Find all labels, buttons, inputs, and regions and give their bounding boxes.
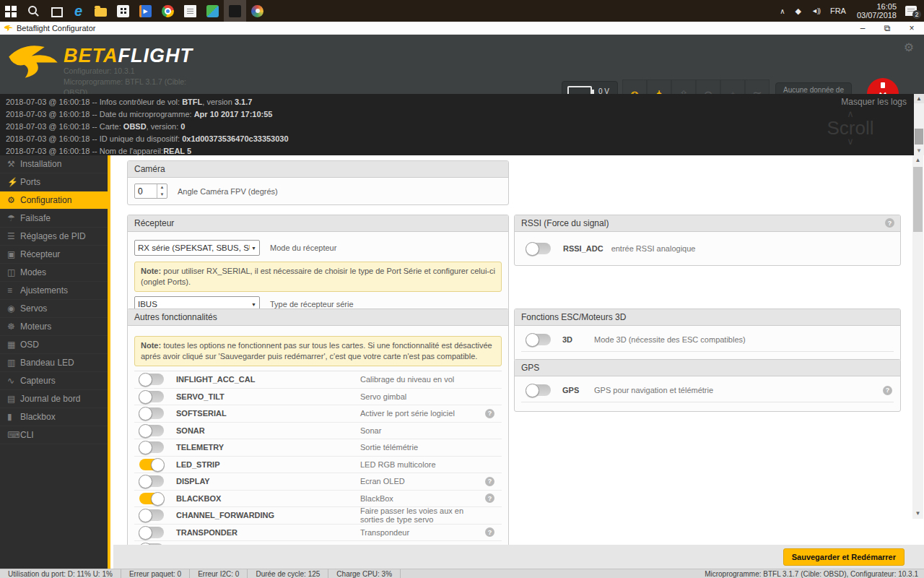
- sidebar-item[interactable]: ⚙ Configuration: [0, 191, 108, 210]
- feature-toggle[interactable]: [139, 493, 164, 504]
- other-features-header: Autres fonctionnalités: [128, 309, 508, 326]
- notification-center-icon[interactable]: 2: [905, 6, 917, 16]
- help-icon[interactable]: ?: [485, 527, 494, 537]
- bee-icon: [7, 39, 59, 81]
- speaker-icon[interactable]: ◄)): [806, 0, 825, 22]
- receiver-section-header: Récepteur: [128, 215, 508, 232]
- taskbar-app-icon: [117, 5, 129, 17]
- taskbar-app-button[interactable]: [157, 0, 179, 22]
- taskbar-app-icon: [5, 5, 17, 17]
- sidebar-item[interactable]: ▤ Journal de bord: [0, 390, 108, 408]
- sidebar-item[interactable]: ▥ Bandeau LED: [0, 354, 108, 372]
- clock[interactable]: 16:05 03/07/2018: [851, 2, 902, 20]
- app-header: BETAFLIGHT Configurateur: 10.3.1 Micropr…: [0, 35, 924, 94]
- taskbar-app-button[interactable]: [246, 0, 269, 22]
- gps-section: GPS GPS GPS pour navigation et télémétri…: [514, 359, 901, 412]
- feature-toggle[interactable]: [139, 527, 164, 538]
- feature-row: SONAR Sonar: [134, 422, 502, 439]
- taskbar-app-button[interactable]: [67, 0, 90, 22]
- language-indicator[interactable]: FRA: [825, 0, 851, 22]
- feature-toggle[interactable]: [139, 441, 164, 453]
- feature-toggle[interactable]: [139, 475, 164, 487]
- scroll-watermark: ∧ Scroll ∨: [807, 110, 894, 146]
- mode-3d-toggle[interactable]: [526, 334, 551, 345]
- scrollbar-down-icon[interactable]: ▼: [914, 146, 924, 155]
- taskbar-app-button[interactable]: [201, 0, 224, 22]
- scrollbar-up-icon[interactable]: ▲: [912, 155, 923, 165]
- feature-row: CHANNEL_FORWARDING Faire passer les voie…: [134, 506, 502, 524]
- feature-toggle[interactable]: [139, 374, 164, 385]
- sidebar-item[interactable]: ▦ OSD: [0, 336, 108, 354]
- notification-badge: 2: [912, 10, 921, 19]
- taskbar-app-button[interactable]: [45, 0, 67, 22]
- camera-section-header: Caméra: [128, 161, 508, 178]
- sidebar-item[interactable]: ⚡ Ports: [0, 173, 108, 191]
- sidebar-item-label: Bandeau LED: [20, 358, 74, 368]
- status-cell: Erreur paquet: 0: [121, 569, 190, 578]
- help-icon[interactable]: ?: [485, 493, 494, 503]
- sidebar-item[interactable]: ⚒ Installation: [0, 155, 108, 173]
- mode-3d-name: 3D: [562, 335, 594, 344]
- sidebar-item[interactable]: ☸ Moteurs: [0, 318, 108, 336]
- close-button[interactable]: ×: [899, 22, 924, 35]
- feature-name: SERVO_TILT: [176, 392, 360, 401]
- sidebar-item[interactable]: ▣ Récepteur: [0, 246, 108, 264]
- sidebar-item-label: Installation: [20, 159, 61, 169]
- camera-angle-input[interactable]: 0 ▲▼: [134, 184, 167, 199]
- window-title: Betaflight Configurator: [17, 24, 95, 33]
- gps-toggle[interactable]: [526, 384, 551, 396]
- help-icon[interactable]: ?: [485, 409, 494, 418]
- sidebar-item[interactable]: ☰ Réglages de PID: [0, 228, 108, 246]
- taskbar-app-button[interactable]: [90, 0, 112, 22]
- feature-toggle[interactable]: [139, 459, 164, 470]
- content-scrollbar-thumb[interactable]: [913, 167, 923, 232]
- gear-icon[interactable]: ⚙: [904, 40, 914, 54]
- sidebar-item-label: Capteurs: [20, 376, 56, 386]
- number-spinner[interactable]: ▲▼: [157, 184, 167, 198]
- flash-data-button[interactable]: Aucune donnée de flash puce trouvée: [775, 82, 852, 94]
- minimize-button[interactable]: –: [850, 22, 875, 35]
- help-icon[interactable]: ?: [885, 218, 894, 228]
- taskbar-app-button[interactable]: [22, 0, 45, 22]
- feature-toggle[interactable]: [139, 407, 164, 419]
- content-scrollbar[interactable]: ▲ ▼: [912, 155, 923, 519]
- battery-indicator: 0 V ⚠ ☂ ⚭: [562, 81, 618, 94]
- taskbar-app-button[interactable]: [134, 0, 157, 22]
- log-scrollbar-thumb[interactable]: [915, 129, 923, 144]
- taskbar-app-button[interactable]: [0, 0, 22, 22]
- taskbar-app-button[interactable]: [224, 0, 246, 22]
- tray-chevron-icon[interactable]: ∧: [775, 0, 790, 22]
- save-and-reboot-button[interactable]: Sauvegarder et Redémarrer: [783, 548, 905, 566]
- taskbar-app-icon: [184, 5, 196, 17]
- feature-toggle[interactable]: [139, 509, 164, 521]
- other-features-section: Autres fonctionnalités Note: toutes les …: [127, 309, 509, 545]
- feature-toggle[interactable]: [139, 425, 164, 436]
- dropbox-icon[interactable]: ◆: [790, 0, 806, 22]
- feature-name: BLACKBOX: [176, 494, 360, 503]
- taskbar-app-button[interactable]: [179, 0, 201, 22]
- maximize-button[interactable]: ⧉: [875, 22, 899, 35]
- receiver-mode-select[interactable]: RX série (SPEKSAT, SBUS, SUMD▼: [134, 240, 260, 256]
- sidebar-item[interactable]: ∿ Capteurs: [0, 372, 108, 390]
- rssi-adc-toggle[interactable]: [526, 243, 551, 254]
- sidebar-item-icon: ⌨: [7, 430, 20, 440]
- sidebar-item[interactable]: ◫ Modes: [0, 264, 108, 282]
- feature-row: SERVO_TILT Servo gimbal: [134, 388, 502, 405]
- sensor-icon: ♁: [728, 88, 737, 94]
- sidebar-item[interactable]: ⌨ CLI: [0, 426, 108, 444]
- serial-receiver-type-label: Type de récepteur série: [270, 300, 354, 309]
- scrollbar-up-icon[interactable]: ▲: [914, 94, 924, 103]
- hide-logs-link[interactable]: Masquer les logs: [841, 97, 907, 107]
- feature-toggle[interactable]: [139, 391, 164, 402]
- disconnect-button[interactable]: Déconnecter: [858, 78, 908, 94]
- rssi-section: RSSI (Force du signal) ? RSSI_ADC entrée…: [514, 215, 901, 266]
- taskbar-app-button[interactable]: [112, 0, 134, 22]
- help-icon[interactable]: ?: [485, 477, 494, 486]
- help-icon[interactable]: ?: [883, 386, 892, 395]
- scrollbar-down-icon[interactable]: ▼: [912, 509, 923, 519]
- sidebar-item[interactable]: ☂ Failsafe: [0, 210, 108, 228]
- sidebar-item[interactable]: ≡ Ajustements: [0, 282, 108, 300]
- log-scrollbar[interactable]: ▲ ▼: [914, 94, 924, 155]
- sidebar-item[interactable]: ▮ Blackbox: [0, 408, 108, 426]
- sidebar-item[interactable]: ◉ Servos: [0, 300, 108, 318]
